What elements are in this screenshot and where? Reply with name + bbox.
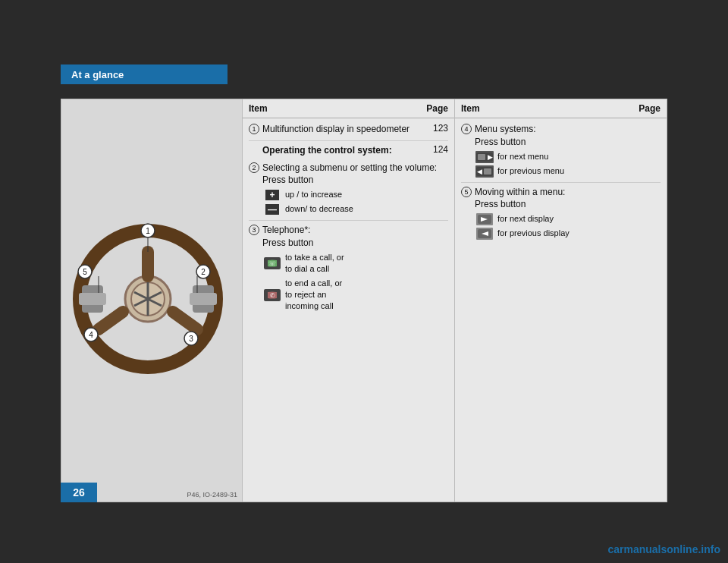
display-next-icon-box	[476, 213, 493, 225]
svg-text:1: 1	[146, 227, 150, 235]
row-press-5: Press button	[475, 198, 661, 211]
display-prev-icon	[476, 228, 493, 240]
row-press-4: Press button	[475, 136, 661, 149]
svg-rect-26	[484, 168, 491, 175]
main-content: 1 2 3 4 5 P46, IO-2489-31	[61, 99, 667, 502]
row-content-2b: Selecting a submenu or setting the volum…	[262, 162, 448, 216]
table-panel-1: Item Page 1 Multifunction display in spe…	[243, 99, 455, 502]
svg-rect-4	[79, 293, 106, 305]
col-item-label-2: Item	[461, 103, 630, 114]
phone-call-icon: ☏	[264, 257, 281, 269]
sub-text-increase: up / to increase	[285, 189, 342, 200]
row-number-2b: 2	[249, 162, 262, 173]
sub-item-next-menu: ▶ for next menu	[476, 151, 661, 163]
table-row: 4 Menu systems: Press button ▶	[461, 123, 661, 178]
sub-text-next-menu: for next menu	[497, 151, 548, 162]
table-row: 2 Selecting a submenu or setting the vol…	[249, 162, 448, 216]
svg-text:5: 5	[83, 268, 87, 276]
sub-item-call: ☏ to take a call, orto dial a call	[264, 252, 448, 275]
table-body-1: 1 Multifunction display in speedometer 1…	[243, 118, 454, 322]
svg-text:▶: ▶	[488, 153, 493, 161]
svg-text:✆: ✆	[270, 292, 275, 299]
sub-item-prev-menu: ◀ for previous menu	[476, 165, 661, 178]
steering-wheel-image: 1 2 3 4 5	[68, 217, 235, 384]
minus-icon: —	[265, 204, 279, 215]
row-number-4: 4	[461, 124, 475, 134]
sub-text-next-display: for next display	[497, 213, 554, 225]
row-title-3: Telephone*:	[262, 224, 448, 237]
menu-prev-icon-box: ◀	[476, 165, 493, 178]
row-title-4: Menu systems:	[475, 123, 661, 136]
svg-text:◀: ◀	[477, 168, 482, 175]
col-page-label-2: Page	[630, 103, 661, 114]
sub-item-increase: + up / to increase	[264, 189, 448, 201]
row-title-bold-2: Operating the control system:	[262, 144, 421, 157]
menu-next-icon-box: ▶	[476, 151, 493, 163]
sub-text-end-call: to end a call, orto reject anincoming ca…	[285, 278, 342, 313]
svg-rect-23	[478, 154, 485, 160]
svg-text:3: 3	[189, 335, 193, 343]
image-caption: P46, IO-2489-31	[187, 491, 237, 499]
minus-icon-box: —	[264, 203, 281, 215]
divider	[249, 220, 448, 221]
col-item-label-1: Item	[249, 103, 418, 114]
watermark: carmanualsonline.info	[607, 543, 720, 555]
row-title-1: Multifunction display in speedometer	[262, 123, 421, 136]
image-panel: 1 2 3 4 5 P46, IO-2489-31	[61, 99, 243, 502]
table-row: 5 Moving within a menu: Press button	[461, 186, 661, 241]
plus-icon: +	[265, 190, 279, 200]
col-page-label-1: Page	[418, 103, 448, 114]
row-number-1: 1	[249, 124, 262, 134]
row-press-3: Press button	[262, 237, 448, 250]
row-page-2: 124	[421, 144, 448, 155]
row-press-2: Press button	[262, 174, 448, 187]
table-row: 1 Multifunction display in speedometer 1…	[249, 123, 448, 136]
page-number: 26	[73, 486, 85, 499]
table-panel-2: Item Page 4 Menu systems: Press button	[455, 99, 667, 502]
divider	[249, 140, 448, 141]
row-subtitle-2: Selecting a submenu or setting the volum…	[262, 162, 448, 175]
section-title: At a glance	[71, 69, 124, 80]
display-prev-icon-box	[476, 228, 493, 240]
page-number-box: 26	[61, 483, 97, 502]
table-row: Operating the control system: 124	[249, 144, 448, 157]
row-number-5: 5	[461, 187, 475, 197]
sub-item-prev-display: for previous display	[476, 228, 661, 240]
row-content-1: Multifunction display in speedometer	[262, 123, 421, 136]
plus-icon-box: +	[264, 189, 281, 201]
menu-next-icon: ▶	[475, 151, 494, 163]
table-row: 3 Telephone*: Press button ☏	[249, 224, 448, 313]
sub-text-call: to take a call, orto dial a call	[285, 252, 344, 275]
row-content-2: Operating the control system:	[262, 144, 421, 157]
row-number-3: 3	[249, 225, 262, 235]
table-body-2: 4 Menu systems: Press button ▶	[455, 118, 667, 249]
display-next-icon	[476, 213, 493, 225]
sub-item-end-call: ✆ to end a call, orto reject anincoming …	[264, 278, 448, 313]
svg-text:2: 2	[201, 268, 206, 276]
svg-text:☏: ☏	[268, 260, 276, 267]
sub-text-prev-display: for previous display	[497, 228, 570, 239]
sub-item-decrease: — down/ to decrease	[264, 203, 448, 215]
sub-item-next-display: for next display	[476, 213, 661, 225]
header-bar: At a glance	[61, 64, 228, 84]
row-page-1: 123	[421, 123, 448, 134]
sub-text-decrease: down/ to decrease	[285, 203, 353, 215]
sub-text-prev-menu: for previous menu	[497, 165, 564, 177]
row-content-5: Moving within a menu: Press button for	[475, 186, 661, 241]
phone-call-icon-box: ☏	[264, 257, 281, 269]
svg-rect-6	[190, 293, 217, 305]
table-header-1: Item Page	[243, 99, 454, 118]
row-title-5: Moving within a menu:	[475, 186, 661, 199]
menu-prev-icon: ◀	[475, 165, 494, 178]
row-content-3: Telephone*: Press button ☏ to take a cal	[262, 224, 448, 313]
phone-end-icon: ✆	[264, 289, 281, 301]
table-header-2: Item Page	[455, 99, 667, 118]
divider	[461, 182, 661, 183]
row-content-4: Menu systems: Press button ▶	[475, 123, 661, 178]
steering-wheel-svg: 1 2 3 4 5	[68, 217, 228, 376]
svg-text:4: 4	[89, 331, 93, 339]
phone-end-icon-box: ✆	[264, 289, 281, 301]
